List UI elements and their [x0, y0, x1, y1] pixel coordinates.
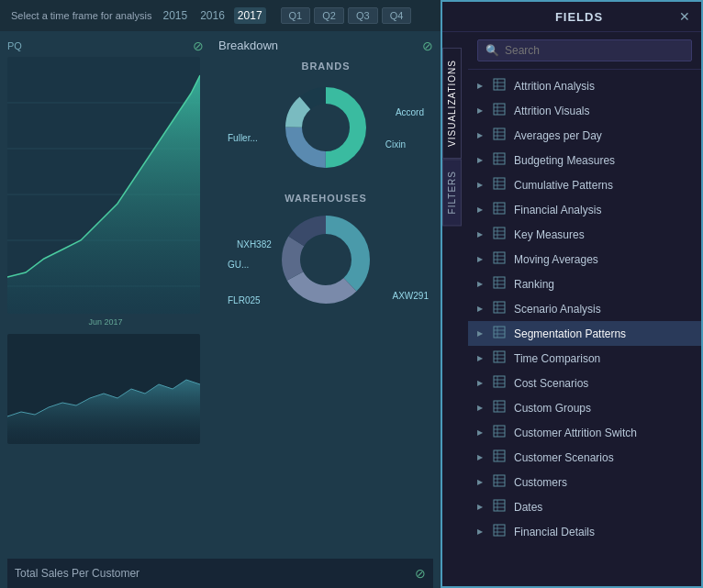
svg-rect-84	[494, 500, 505, 511]
field-item[interactable]: ▶Key Measures	[468, 222, 701, 247]
field-item[interactable]: ▶Moving Averages	[468, 247, 701, 272]
svg-rect-64	[494, 376, 505, 387]
field-table-icon	[492, 202, 507, 217]
search-box: 🔍	[477, 39, 692, 61]
search-container: 🔍	[468, 32, 701, 70]
warehouses-donut-wrapper: NXH382 GU... FLR025 AXW291	[218, 209, 433, 310]
q1-button[interactable]: Q1	[281, 7, 311, 24]
left-panel: Select a time frame for analysis 2015 20…	[0, 0, 441, 588]
field-name-label: Customers	[514, 476, 567, 489]
search-icon: 🔍	[485, 44, 499, 57]
field-table-icon	[492, 499, 507, 515]
field-expand-arrow: ▶	[477, 205, 485, 214]
close-button[interactable]: ✕	[679, 9, 690, 24]
main-chart	[7, 57, 200, 314]
svg-rect-32	[494, 178, 505, 189]
filters-tab[interactable]: FILTERS	[442, 159, 462, 226]
left-charts: PQ ⊘	[0, 31, 211, 536]
field-name-label: Cumulative Patterns	[514, 179, 613, 192]
field-table-icon	[492, 152, 507, 168]
svg-rect-16	[494, 79, 505, 90]
field-expand-arrow: ▶	[477, 379, 485, 387]
field-table-icon	[492, 474, 507, 490]
field-item[interactable]: ▶Cost Scenarios	[468, 371, 701, 395]
year-buttons: 2015 2016 2017	[159, 7, 265, 24]
breakdown-header: Breakdown ⊘	[218, 39, 433, 53]
field-expand-arrow: ▶	[477, 503, 485, 511]
nxh-label: NXH382	[237, 239, 272, 250]
bottom-card: Total Sales Per Customer ⊘	[7, 559, 433, 588]
field-item[interactable]: ▶Budgeting Measures	[468, 148, 701, 172]
field-name-label: Time Comparison	[514, 352, 600, 365]
year-2017-button[interactable]: 2017	[234, 7, 266, 24]
field-table-icon	[492, 326, 507, 341]
year-2015-button[interactable]: 2015	[159, 7, 191, 24]
field-expand-arrow: ▶	[477, 106, 485, 115]
cixin-label: Cixin	[385, 139, 406, 150]
field-item[interactable]: ▶Ranking	[468, 272, 701, 296]
field-item[interactable]: ▶Financial Analysis	[468, 197, 701, 222]
field-expand-arrow: ▶	[477, 255, 485, 263]
field-expand-arrow: ▶	[477, 527, 485, 536]
field-item[interactable]: ▶Custom Groups	[468, 395, 701, 420]
warehouses-section: WAREHOUSES NXH382	[218, 193, 433, 310]
field-table-icon	[492, 524, 507, 539]
field-table-icon	[492, 449, 507, 465]
warehouses-title: WAREHOUSES	[218, 193, 433, 204]
field-item[interactable]: ▶Scenario Analysis	[468, 296, 701, 321]
field-table-icon	[492, 103, 507, 118]
field-item[interactable]: ▶Cumulative Patterns	[468, 172, 701, 197]
field-item[interactable]: ▶Dates	[468, 494, 701, 519]
field-item[interactable]: ▶Time Comparison	[468, 346, 701, 371]
field-table-icon	[492, 375, 507, 391]
svg-rect-68	[494, 401, 505, 412]
fuller-label: Fuller...	[228, 133, 258, 143]
field-expand-arrow: ▶	[477, 428, 485, 437]
field-name-label: Dates	[514, 501, 542, 514]
field-name-label: Customer Scenarios	[514, 451, 614, 464]
q4-button[interactable]: Q4	[382, 7, 412, 24]
field-table-icon	[492, 350, 507, 366]
search-input[interactable]	[505, 44, 684, 57]
field-name-label: Moving Averages	[514, 253, 598, 266]
q3-button[interactable]: Q3	[348, 7, 378, 24]
field-expand-arrow: ▶	[477, 453, 485, 461]
field-name-label: Financial Details	[514, 526, 595, 538]
field-item[interactable]: ▶Attrition Visuals	[468, 98, 701, 123]
field-item[interactable]: ▶Financial Details	[468, 519, 701, 544]
field-item[interactable]: ▶Averages per Day	[468, 123, 701, 148]
brands-donut-wrapper: Accord Fuller... Cixin	[218, 77, 433, 178]
field-item[interactable]: ▶Customers	[468, 470, 701, 494]
chart-area: PQ ⊘	[0, 31, 441, 536]
top-bar: Select a time frame for analysis 2015 20…	[0, 0, 441, 31]
svg-rect-76	[494, 450, 505, 461]
fields-panel: FIELDS ✕ VISUALIZATIONS FILTERS 🔍 ▶Attri…	[441, 0, 703, 588]
field-expand-arrow: ▶	[477, 230, 485, 239]
field-name-label: Cost Scenarios	[514, 377, 588, 390]
warehouses-donut-labels: NXH382 GU... FLR025 AXW291	[218, 209, 433, 310]
small-chart	[7, 334, 200, 444]
field-name-label: Key Measures	[514, 228, 585, 241]
chart-date-label: Jun 2017	[7, 317, 204, 327]
bottom-card-icon: ⊘	[415, 566, 426, 581]
brands-section: BRANDS Accord Fuller...	[218, 61, 433, 178]
field-expand-arrow: ▶	[477, 329, 485, 338]
field-item[interactable]: ▶Attrition Analysis	[468, 73, 701, 98]
year-2016-button[interactable]: 2016	[196, 7, 229, 24]
visualizations-tab[interactable]: VISUALIZATIONS	[442, 48, 462, 159]
field-name-label: Segmentation Patterns	[514, 327, 626, 340]
field-table-icon	[492, 301, 507, 316]
q2-button[interactable]: Q2	[314, 7, 344, 24]
chart-title-label: PQ	[7, 40, 22, 51]
chart-edit-icon: ⊘	[193, 39, 204, 53]
svg-marker-6	[7, 380, 200, 444]
right-charts: Breakdown ⊘ BRANDS	[211, 31, 441, 536]
field-item[interactable]: ▶Customer Scenarios	[468, 445, 701, 470]
field-expand-arrow: ▶	[477, 354, 485, 362]
main-chart-svg	[7, 57, 200, 314]
svg-rect-52	[494, 302, 505, 313]
field-item[interactable]: ▶Customer Attrition Switch	[468, 420, 701, 445]
svg-rect-88	[494, 525, 505, 536]
field-item[interactable]: ▶Segmentation Patterns	[468, 321, 701, 346]
svg-rect-60	[494, 351, 505, 362]
